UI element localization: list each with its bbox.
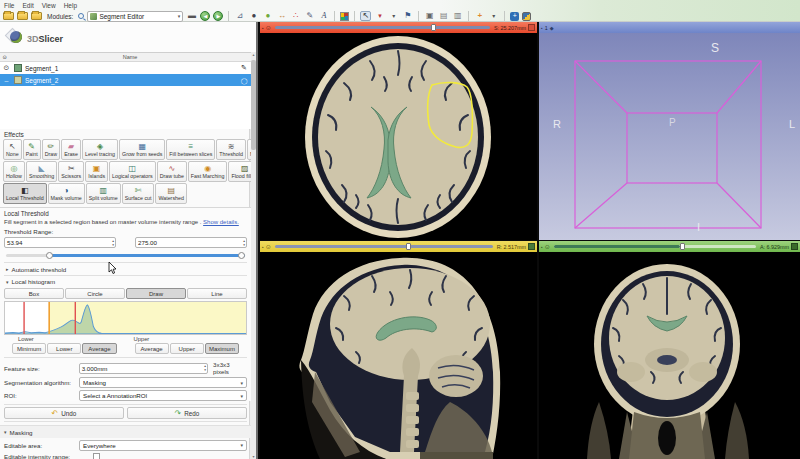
threshold-range-slider[interactable] <box>6 251 245 259</box>
scene-view-restore-icon[interactable]: ▥ <box>452 11 463 21</box>
slider-handle[interactable] <box>406 243 411 250</box>
threeD-view[interactable]: ▪ 1 ◆ S R P L I <box>539 22 800 240</box>
coronal-slice-view[interactable]: ▪ ⊙ A: 6.929mm <box>539 241 800 459</box>
effect-margin-button[interactable]: ⊕Margin <box>247 139 251 160</box>
module-search-icon[interactable] <box>78 13 84 19</box>
threshold-max-value[interactable]: 275.00 <box>138 239 243 246</box>
effect-local-threshold-button[interactable]: ◧Local Threshold <box>3 183 47 204</box>
scene-view-capture-icon[interactable]: ▤ <box>438 11 449 21</box>
effect-fill-between-slices-button[interactable]: ≡Fill between slices <box>166 139 215 160</box>
spinner-arrows[interactable]: ▴▾ <box>243 239 246 247</box>
segmentation-algorithm-dropdown[interactable]: Masking ▾ <box>79 377 247 388</box>
segment-1-color-swatch[interactable] <box>14 64 22 72</box>
threshold-min-value[interactable]: 53.94 <box>7 239 112 246</box>
module-back-button[interactable]: ◀ <box>200 11 210 21</box>
sagittal-image[interactable] <box>260 252 537 459</box>
spinner-arrows[interactable]: ▴▾ <box>204 364 207 372</box>
spinner-arrows[interactable]: ▴▾ <box>112 239 115 247</box>
effect-none-button[interactable]: ↖None <box>3 139 22 160</box>
automatic-threshold-collapse[interactable]: ▸ Automatic threshold <box>4 262 247 275</box>
mouse-interaction-icon[interactable]: ↖ <box>360 11 371 21</box>
segment-row-1[interactable]: ⊙ Segment_1 ✎ <box>0 62 251 74</box>
shape-box-button[interactable]: Box <box>4 288 64 299</box>
load-data-icon[interactable] <box>3 12 14 20</box>
pin-icon[interactable]: ▪ <box>541 25 543 31</box>
effect-logical-operators-button[interactable]: ◫Logical operators <box>109 161 156 182</box>
editable-area-dropdown[interactable]: Everywhere ▾ <box>79 440 247 451</box>
effect-scissors-button[interactable]: ✂Scissors <box>58 161 84 182</box>
slider-handle[interactable] <box>431 24 436 31</box>
axial-slice-slider[interactable] <box>273 24 492 31</box>
maximum-button[interactable]: Maximum <box>205 343 239 354</box>
save-data-icon[interactable] <box>31 12 42 20</box>
place-dropdown-icon[interactable]: ▾ <box>388 11 399 21</box>
flag-icon[interactable]: ⚑ <box>402 11 413 21</box>
feature-size-value[interactable]: 3.000mm <box>82 365 205 372</box>
models-module-icon[interactable]: ● <box>262 11 273 21</box>
editor-module-icon[interactable]: A <box>318 11 329 21</box>
undo-button[interactable]: ↶ Undo <box>4 407 124 419</box>
roi-dropdown[interactable]: Select a AnnotationROI ▾ <box>79 390 247 401</box>
volumes-module-icon[interactable]: ● <box>248 11 259 21</box>
load-dicom-icon[interactable] <box>17 12 28 20</box>
effect-level-tracing-button[interactable]: ◈Level tracing <box>82 139 118 160</box>
segment-1-name[interactable]: Segment_1 <box>25 65 236 72</box>
effect-fast-marching-button[interactable]: ◉Fast Marching <box>188 161 228 182</box>
ruler-module-icon[interactable]: ⊿ <box>234 11 245 21</box>
average-upper-button[interactable]: Average <box>135 343 169 354</box>
segment-1-status-edit-icon[interactable]: ✎ <box>239 64 249 72</box>
menu-help[interactable]: Help <box>64 2 77 9</box>
effect-surface-cut-button[interactable]: ✄Surface cut <box>122 183 155 204</box>
module-forward-button[interactable]: ▶ <box>213 11 223 21</box>
view-menu-icon[interactable] <box>791 243 798 250</box>
effect-draw-button[interactable]: ✏Draw <box>42 139 60 160</box>
effect-grow-from-seeds-button[interactable]: ▦Grow from seeds <box>119 139 165 160</box>
effect-smoothing-button[interactable]: ◣Smoothing <box>26 161 57 182</box>
scrollbar-thumb[interactable] <box>251 60 256 150</box>
slice-visibility-icon[interactable]: ⊙ <box>545 243 550 250</box>
menu-view[interactable]: View <box>42 2 56 9</box>
crosshair-dropdown-icon[interactable]: ▾ <box>488 11 499 21</box>
menu-edit[interactable]: Edit <box>22 2 33 9</box>
redo-button[interactable]: ↷ Redo <box>127 407 247 419</box>
python-console-icon[interactable] <box>522 12 531 21</box>
editable-intensity-checkbox[interactable] <box>93 453 100 459</box>
menu-file[interactable]: File <box>4 2 14 9</box>
effect-mask-volume-button[interactable]: ◑Mask volume <box>48 183 85 204</box>
view-menu-icon[interactable] <box>528 243 535 250</box>
segment-2-status-icon[interactable]: ◯ <box>239 77 249 84</box>
coronal-slice-slider[interactable] <box>552 243 758 250</box>
upper-button[interactable]: Upper <box>170 343 204 354</box>
eye-open-icon[interactable]: ⊙ <box>2 64 11 72</box>
scroll-down-icon[interactable]: ▾ <box>250 454 257 459</box>
pin-icon[interactable]: ▪ <box>262 25 264 31</box>
average-lower-button[interactable]: Average <box>82 343 116 354</box>
segment-row-2[interactable]: – Segment_2 ◯ <box>0 74 251 86</box>
annotations-module-icon[interactable]: ✎ <box>304 11 315 21</box>
effect-erase-button[interactable]: ▰Erase <box>61 139 81 160</box>
markups-module-icon[interactable]: ∴ <box>290 11 301 21</box>
lower-button[interactable]: Lower <box>47 343 81 354</box>
effect-flood-filling-button[interactable]: ▨Flood filling <box>228 161 251 182</box>
minimum-button[interactable]: Minimum <box>12 343 46 354</box>
layout-selector-icon[interactable] <box>340 12 349 21</box>
crosshair-icon[interactable]: + <box>474 11 485 21</box>
sagittal-slice-slider[interactable] <box>273 243 495 250</box>
slider-max-handle[interactable] <box>238 252 245 259</box>
effect-hollow-button[interactable]: ◎Hollow <box>3 161 25 182</box>
module-selector[interactable]: Segment Editor ▾ <box>87 11 183 22</box>
axial-image[interactable] <box>260 33 537 240</box>
threeD-scene[interactable]: S R P L I <box>539 33 800 240</box>
slider-handle[interactable] <box>680 243 685 250</box>
shape-circle-button[interactable]: Circle <box>65 288 125 299</box>
eye-closed-icon[interactable]: – <box>2 77 11 84</box>
extensions-manager-icon[interactable]: + <box>510 12 519 21</box>
local-histogram-collapse[interactable]: ▾ Local histogram <box>4 275 247 288</box>
local-histogram-plot[interactable] <box>4 301 247 335</box>
pin-icon[interactable]: ▪ <box>541 244 543 250</box>
slider-min-handle[interactable] <box>46 252 53 259</box>
slice-visibility-icon[interactable]: ⊙ <box>266 243 271 250</box>
effect-draw-tube-button[interactable]: ∿Draw tube <box>157 161 187 182</box>
view-menu-icon[interactable] <box>528 24 535 31</box>
center-view-icon[interactable]: ◆ <box>550 25 554 31</box>
